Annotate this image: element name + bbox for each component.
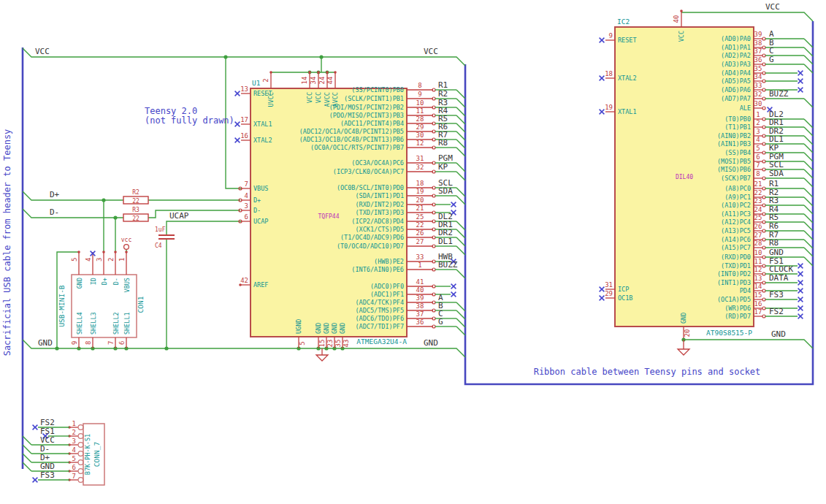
net-label-dminus: D-	[50, 207, 59, 217]
pin-number: 2	[72, 429, 76, 436]
capacitor-value: 1uF	[155, 226, 166, 233]
pin-name: (A14)PC6	[721, 236, 751, 243]
pin-number: 7	[756, 161, 760, 169]
pin-number: 27	[416, 238, 424, 245]
pin-number: 11	[754, 258, 762, 265]
bus-entry	[804, 257, 813, 266]
bus-entry	[456, 140, 465, 148]
pin-name: PD4	[740, 287, 751, 294]
bus-entry	[804, 39, 813, 47]
pin-name: (TXD/INT3)PD3	[355, 209, 404, 216]
pin-name: (A11)PC3	[721, 210, 751, 218]
pin-end-circle	[432, 106, 435, 109]
pin-end-circle	[762, 80, 765, 83]
pin-name: (T0/OC4D/ADC10)PD7	[337, 243, 404, 250]
pin-end-circle	[762, 134, 765, 137]
bus-entry	[804, 178, 813, 187]
pin-name: (ADC11/PCINT4)PB4	[340, 120, 404, 127]
bus-entry	[804, 214, 813, 223]
pin-end-circle	[432, 88, 435, 91]
pin-name: (OC3A/OC4A)PC6	[351, 159, 404, 167]
pin-end-circle	[762, 126, 765, 129]
pin-number: 7	[72, 473, 76, 480]
net-label-buzz: BUZZ	[438, 260, 458, 270]
pin-end-circle	[762, 315, 765, 318]
bus-entry	[456, 302, 465, 311]
pin-number: 33	[754, 82, 762, 89]
pin-name: GND	[331, 323, 338, 334]
pin-name: (ADC0)PF0	[370, 283, 404, 290]
pin-number: 7	[107, 341, 115, 345]
pin-end-circle	[762, 238, 765, 241]
bus-entry	[804, 240, 813, 248]
pin-name: (PDI/MOSI/PCINT2)PB2	[329, 104, 404, 111]
pin-number: 37	[416, 310, 424, 318]
pin-end-circle	[762, 187, 765, 190]
bus-entry	[804, 205, 813, 214]
pin-number: 38	[754, 39, 762, 47]
bus-entry	[456, 318, 465, 327]
bus-entry	[456, 115, 465, 124]
bus-entry	[804, 136, 813, 145]
pin-name: D+	[101, 278, 108, 285]
pin-end-circle	[762, 107, 765, 110]
bus-entry	[456, 229, 465, 238]
pin-name: (A10)PC2	[721, 202, 751, 209]
pin-number: 4	[756, 136, 760, 143]
pin-number: 6	[245, 213, 248, 221]
vcc-power-symbol-label: vcc	[121, 237, 132, 243]
pin-end-circle	[432, 146, 435, 149]
pin-end-circle	[762, 246, 765, 249]
con1-ref: CON1	[137, 296, 145, 313]
pin-name: (INT0)PD2	[717, 270, 751, 278]
note-ribbon-cable: Ribbon cable between Teensy pins and soc…	[534, 367, 761, 377]
pin-number: 15	[754, 291, 762, 299]
pin-name: (SS)PB4	[724, 149, 751, 156]
pin-name: (HWB)PE2	[374, 258, 404, 265]
pin-name: D+	[253, 196, 261, 204]
pin-number: 39	[754, 31, 762, 38]
bus-entry	[804, 153, 813, 161]
pin-name: SHELL3	[90, 312, 97, 335]
pin-end-circle	[78, 469, 83, 474]
pin-name: (INT1)PD3	[717, 279, 751, 286]
pin-end-dot	[77, 251, 80, 253]
pin-end-circle	[762, 229, 765, 232]
pin-name: (AD3)PA3	[721, 61, 751, 68]
bus-entry	[456, 188, 465, 196]
pin-end-circle	[762, 72, 765, 75]
pin-name: (ADC5/TMS)PF5	[355, 307, 404, 314]
bus-entry	[456, 270, 465, 278]
pin-name: (ADC12/OC1A/OC4B/PCINT12)PB5	[299, 128, 404, 135]
bus-entry	[456, 246, 465, 255]
pin-end-circle	[762, 88, 765, 91]
pin-name: (A9)PC1	[724, 194, 751, 201]
pin-number: 31	[416, 155, 424, 162]
pin-number: 13	[240, 85, 248, 93]
bus-entry	[804, 119, 813, 128]
pin-name: (OC0B/SCL/INT0)PD0	[337, 184, 404, 191]
u1-package: TQFP44	[318, 213, 340, 220]
bus-entry	[456, 196, 465, 205]
bus-entry	[456, 310, 465, 319]
pin-end-circle	[432, 203, 435, 206]
pin-end-circle	[762, 204, 765, 207]
pin-number: 12	[416, 140, 424, 147]
pin-number: 3	[756, 128, 760, 135]
bus-entry	[456, 172, 465, 180]
pin-end-circle	[432, 285, 435, 288]
bus-entry	[23, 436, 31, 445]
pin-number: 3	[72, 438, 76, 445]
pin-end-circle	[432, 114, 435, 117]
pin-end-dot	[269, 71, 272, 74]
pin-name: (AD5)PA5	[721, 77, 751, 85]
net-label-r8: R8	[438, 138, 448, 148]
bus-entry	[804, 197, 813, 206]
pin-number: 41	[416, 278, 424, 286]
net-label-g: G	[438, 317, 443, 327]
pin-name: GND	[680, 313, 687, 324]
pin-number: 8	[85, 341, 92, 345]
capacitor-ref: C4	[155, 243, 162, 249]
pin-name: (A13)PC5	[721, 227, 751, 234]
pin-name: OC1B	[618, 294, 632, 302]
